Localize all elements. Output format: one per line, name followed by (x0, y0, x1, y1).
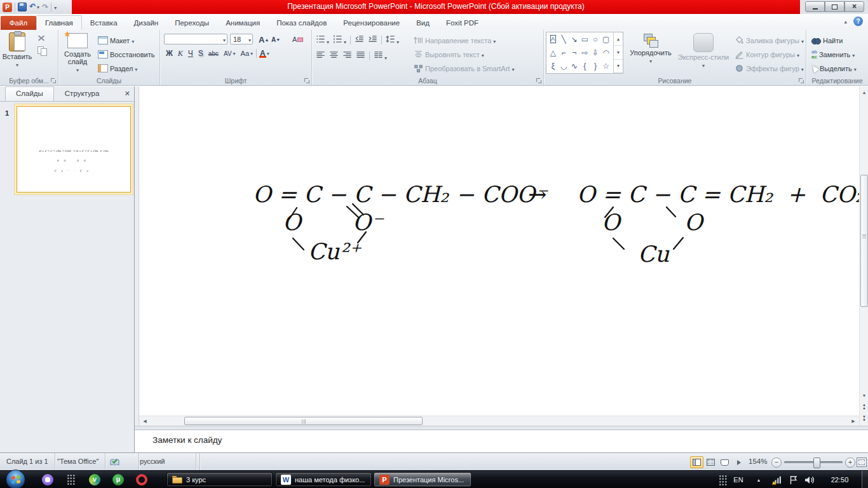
panel-splitter[interactable] (135, 86, 139, 452)
tab-animation[interactable]: Анимация (217, 16, 268, 30)
qat-customize-icon[interactable] (54, 3, 57, 11)
tray-language-indicator[interactable]: EN (731, 471, 746, 488)
zoom-slider[interactable] (784, 461, 843, 463)
fit-slide-button[interactable] (857, 458, 867, 467)
new-slide-button[interactable]: Создать слайд (61, 31, 94, 73)
shape-icon[interactable]: ⇩ (590, 46, 601, 59)
shape-icon[interactable]: ⌐ (559, 46, 569, 59)
utorrent-icon[interactable]: µ (112, 474, 124, 485)
action-center-icon[interactable] (787, 471, 799, 488)
notes-splitter[interactable] (135, 426, 868, 430)
font-name-combo[interactable] (164, 34, 227, 44)
reset-slide-button[interactable]: Восстановить (98, 48, 154, 61)
hidden-icons-icon[interactable]: ▲ (754, 471, 764, 488)
shape-icon[interactable]: ☆ (600, 60, 611, 73)
normal-view-button[interactable] (690, 456, 703, 468)
tab-home[interactable]: Главная (36, 15, 82, 30)
tab-design[interactable]: Дизайн (126, 16, 167, 30)
vertical-scroll-thumb[interactable] (860, 175, 868, 307)
strikethrough-button[interactable]: abc (207, 48, 220, 59)
shapes-scroll-up-icon[interactable]: ▲ (614, 32, 623, 46)
zoom-out-button[interactable]: − (771, 458, 782, 468)
tab-slideshow[interactable]: Показ слайдов (268, 16, 335, 30)
word-taskbar-button[interactable]: W наша метода физко... (275, 472, 372, 487)
collapse-ribbon-icon[interactable]: ▴ (844, 18, 847, 25)
close-button[interactable]: × (844, 1, 864, 12)
help-icon[interactable]: ? (853, 17, 863, 26)
drawing-dialog-launcher[interactable] (799, 78, 804, 84)
shape-icon[interactable]: ▭ (580, 32, 590, 46)
vertical-scrollbar[interactable]: ▲ ▼ ▲▲ ▼▼ (859, 86, 868, 426)
scroll-up-icon[interactable]: ▲ (860, 87, 868, 97)
horizontal-scrollbar[interactable]: ◀ ▶ (139, 416, 859, 426)
align-left-button[interactable] (316, 50, 325, 61)
shape-icon[interactable]: A (550, 35, 556, 43)
powerpoint-taskbar-button[interactable]: P Презентация Micros... (374, 472, 471, 487)
start-button[interactable] (6, 470, 25, 488)
scroll-down-icon[interactable]: ▼ (860, 390, 868, 400)
paragraph-dialog-launcher[interactable] (536, 78, 542, 84)
clock[interactable]: 22:50 (825, 471, 854, 488)
shape-icon[interactable]: ¬ (569, 46, 580, 59)
clear-formatting-button[interactable]: A (290, 34, 305, 45)
shape-icon[interactable]: ∿ (569, 60, 580, 73)
network-icon[interactable] (770, 471, 783, 488)
shrink-font-button[interactable]: A▼ (269, 34, 282, 45)
scroll-right-icon[interactable]: ▶ (848, 416, 858, 426)
clipboard-dialog-launcher[interactable] (51, 78, 57, 84)
previous-slide-icon[interactable]: ▲▲ (860, 402, 868, 412)
save-icon[interactable] (18, 3, 27, 11)
shape-icon[interactable]: ◡ (559, 60, 569, 73)
select-button[interactable]: Выделить (811, 62, 857, 75)
panel-close-icon[interactable]: ✕ (125, 90, 130, 98)
app-grid-icon[interactable] (67, 474, 76, 485)
folder-taskbar-button[interactable]: 3 курс (166, 472, 273, 487)
theme-indicator[interactable]: "Тема Office" (51, 453, 105, 470)
text-shadow-button[interactable]: S (196, 48, 205, 59)
slide-canvas[interactable]: O = C − C − CH₂ − COO⁻ → O = C − C = CH₂… (139, 86, 859, 416)
zoom-level[interactable]: 154% (749, 453, 767, 470)
section-button[interactable]: Раздел (98, 62, 137, 75)
font-color-button[interactable]: А (258, 48, 271, 59)
tab-transitions[interactable]: Переходы (166, 16, 217, 30)
opera-icon[interactable] (136, 474, 147, 485)
tray-grid-icon[interactable] (719, 475, 727, 485)
yandex-icon[interactable] (42, 474, 53, 485)
replace-button[interactable]: abac Заменить (811, 48, 855, 61)
slides-tab[interactable]: Слайды (5, 86, 54, 101)
slide-sorter-button[interactable] (704, 456, 717, 468)
numbering-button[interactable] (333, 34, 346, 45)
shape-icon[interactable]: ⇨ (580, 46, 590, 59)
slideshow-button[interactable] (732, 456, 745, 468)
notes-pane[interactable]: Заметки к слайду (135, 430, 868, 452)
shape-icon[interactable]: ○ (590, 32, 601, 46)
increase-indent-button[interactable] (368, 34, 377, 45)
bullets-button[interactable] (316, 34, 329, 45)
shape-icon[interactable]: } (590, 60, 601, 73)
shape-icon[interactable]: ╲ (559, 32, 569, 46)
zoom-slider-thumb[interactable] (813, 458, 820, 468)
justify-button[interactable] (356, 50, 365, 61)
language-indicator[interactable]: русский (126, 453, 196, 470)
layout-button[interactable]: Макет (98, 34, 134, 47)
zoom-in-button[interactable]: + (845, 458, 855, 468)
tab-insert[interactable]: Вставка (82, 16, 126, 30)
decrease-indent-button[interactable] (355, 34, 364, 45)
shape-icon[interactable]: ξ (548, 60, 559, 73)
paste-button[interactable]: Вставить (2, 31, 32, 68)
next-slide-icon[interactable]: ▼▼ (860, 414, 868, 424)
align-right-button[interactable] (342, 50, 352, 61)
underline-button[interactable]: Ч (186, 48, 195, 59)
shapes-more-icon[interactable]: ▼ (614, 60, 623, 73)
font-size-combo[interactable]: 18 (230, 34, 253, 44)
line-spacing-button[interactable] (386, 34, 399, 45)
scroll-left-icon[interactable]: ◀ (140, 416, 150, 426)
mediaget-icon[interactable]: V (89, 474, 100, 485)
align-center-button[interactable] (329, 50, 339, 61)
italic-button[interactable]: К (176, 48, 185, 59)
shape-icon[interactable]: ▢ (600, 32, 611, 46)
font-dialog-launcher[interactable] (304, 78, 310, 84)
character-spacing-button[interactable]: AV (222, 48, 238, 59)
columns-button[interactable] (374, 50, 387, 61)
grow-font-button[interactable]: A▲ (257, 34, 271, 45)
